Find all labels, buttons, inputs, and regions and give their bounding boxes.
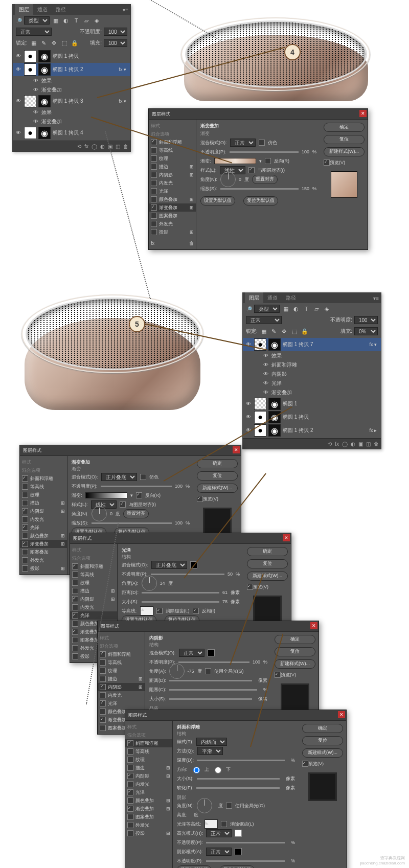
layer-row[interactable]: 👁 ●◉ 椭圆 1 拷贝 bbox=[13, 50, 130, 63]
reset-default-button[interactable]: 复位为默认值 bbox=[243, 196, 278, 205]
new-style-button[interactable]: 新建样式(W)... bbox=[247, 572, 288, 581]
style-outer-glow[interactable]: 外发光 bbox=[149, 220, 196, 228]
style-texture[interactable]: 纹理 bbox=[149, 154, 196, 163]
mask-icon[interactable]: ◯ bbox=[92, 144, 97, 149]
close-icon[interactable]: ✕ bbox=[233, 446, 240, 453]
cancel-button[interactable]: 复位 bbox=[275, 647, 315, 656]
tab-channels[interactable]: 通道 bbox=[263, 292, 282, 304]
opacity-input[interactable]: 100% bbox=[104, 28, 127, 36]
effect-inner-shadow[interactable]: 👁内阴影 bbox=[260, 370, 381, 379]
link-icon[interactable]: ⟲ bbox=[328, 441, 332, 447]
color-swatch[interactable] bbox=[208, 649, 215, 656]
fx-badge[interactable]: fx ▾ bbox=[119, 67, 128, 72]
panel-menu-icon[interactable]: ▾≡ bbox=[373, 295, 379, 301]
close-icon[interactable]: ✕ bbox=[283, 534, 290, 541]
delete-icon[interactable]: 🗑 bbox=[374, 441, 379, 447]
visibility-icon[interactable]: 👁 bbox=[15, 98, 22, 105]
tab-paths[interactable]: 路径 bbox=[282, 292, 300, 304]
lock-transparent-icon[interactable]: ▦ bbox=[260, 327, 268, 335]
cancel-button[interactable]: 复位 bbox=[302, 736, 343, 745]
filter-shape-icon[interactable]: ▱ bbox=[82, 16, 90, 25]
style-bevel[interactable]: 斜面和浮雕 bbox=[149, 138, 196, 146]
tab-layers[interactable]: 图层 bbox=[15, 4, 33, 15]
layer-row[interactable]: 👁 ●◉ 椭圆 1 拷贝 4 bbox=[13, 126, 130, 140]
style-drop-shadow[interactable]: 投影⊞ bbox=[149, 228, 196, 236]
lock-transparent-icon[interactable]: ▦ bbox=[30, 39, 38, 47]
set-default-button[interactable]: 设置为默认值 bbox=[200, 196, 235, 205]
filter-type-icon[interactable]: T bbox=[72, 16, 80, 25]
fx-badge[interactable]: fx ▾ bbox=[119, 99, 128, 104]
effect-bevel[interactable]: 👁斜面和浮雕 bbox=[260, 360, 381, 370]
filter-type-icon[interactable]: T bbox=[302, 305, 310, 313]
visibility-icon[interactable]: 👁 bbox=[245, 400, 252, 407]
effect-satin[interactable]: 👁光泽 bbox=[260, 379, 381, 388]
visibility-icon[interactable]: 👁 bbox=[15, 129, 22, 136]
visibility-icon[interactable]: 👁 bbox=[15, 53, 22, 60]
fill-input[interactable]: 100% bbox=[104, 39, 127, 47]
tab-layers[interactable]: 图层 bbox=[245, 292, 263, 304]
lock-pixels-icon[interactable]: ✎ bbox=[270, 327, 278, 335]
style-inner-glow[interactable]: 内发光 bbox=[149, 179, 196, 187]
ok-button[interactable]: 确定 bbox=[197, 459, 238, 468]
filter-smart-icon[interactable]: ◈ bbox=[93, 16, 101, 25]
lock-position-icon[interactable]: ✥ bbox=[280, 327, 288, 335]
fill-input[interactable]: 0% bbox=[354, 327, 378, 335]
link-icon[interactable]: ⟲ bbox=[77, 144, 81, 149]
filter-select[interactable]: 类型 bbox=[24, 16, 50, 25]
lock-artboard-icon[interactable]: ⬚ bbox=[290, 327, 299, 335]
new-style-button[interactable]: 新建样式(W)... bbox=[324, 147, 365, 156]
delete-icon[interactable]: 🗑 bbox=[123, 144, 128, 149]
layer-name[interactable]: 椭圆 1 拷贝 bbox=[53, 53, 79, 60]
adjustment-icon[interactable]: ◐ bbox=[100, 144, 105, 149]
style-color-overlay[interactable]: 颜色叠加⊞ bbox=[149, 195, 196, 203]
new-layer-icon[interactable]: ◫ bbox=[116, 144, 120, 149]
style-contour[interactable]: 等高线 bbox=[149, 146, 196, 154]
fx-badge[interactable]: fx ▾ bbox=[369, 342, 379, 347]
lock-all-icon[interactable]: 🔒 bbox=[301, 327, 309, 335]
effects-header[interactable]: 👁效果 bbox=[30, 108, 130, 117]
close-icon[interactable]: ✕ bbox=[338, 711, 345, 718]
effects-header[interactable]: 👁效果 bbox=[30, 76, 130, 85]
gradient-editor[interactable] bbox=[85, 492, 127, 498]
lock-pixels-icon[interactable]: ✎ bbox=[40, 39, 48, 47]
mask-icon[interactable]: ◯ bbox=[342, 441, 348, 447]
close-icon[interactable]: ✕ bbox=[359, 110, 367, 117]
blend-mode-select[interactable]: 正常 bbox=[230, 139, 256, 147]
fx-badge[interactable]: fx ▸ bbox=[369, 428, 379, 433]
ok-button[interactable]: 确定 bbox=[247, 547, 288, 556]
blend-mode-select[interactable]: 正常 bbox=[16, 28, 52, 36]
filter-adj-icon[interactable]: ◐ bbox=[62, 16, 70, 25]
filter-pixel-icon[interactable]: ▦ bbox=[282, 305, 290, 313]
new-style-button[interactable]: 新建样式(W)... bbox=[302, 748, 343, 758]
reverse-checkbox[interactable] bbox=[265, 158, 271, 164]
layer-name[interactable]: 椭圆 1 拷贝 2 bbox=[283, 427, 313, 434]
layer-row[interactable]: 👁 ◉ 椭圆 1 bbox=[243, 397, 381, 410]
dir-up-radio[interactable] bbox=[193, 767, 200, 773]
effects-header[interactable]: 👁效果 bbox=[260, 351, 381, 360]
cancel-button[interactable]: 复位 bbox=[197, 471, 238, 481]
reset-align-button[interactable]: 重置对齐 bbox=[252, 175, 278, 184]
filter-pixel-icon[interactable]: ▦ bbox=[52, 16, 60, 25]
style-satin[interactable]: 光泽 bbox=[149, 187, 196, 195]
layer-name[interactable]: 椭圆 1 拷贝 4 bbox=[53, 129, 83, 136]
group-icon[interactable]: ▣ bbox=[358, 441, 363, 447]
fx-icon[interactable]: fx bbox=[84, 144, 88, 149]
style-stroke[interactable]: 描边⊞ bbox=[149, 163, 196, 171]
filter-shape-icon[interactable]: ▱ bbox=[312, 305, 321, 313]
color-swatch[interactable] bbox=[235, 830, 242, 837]
layer-name[interactable]: 椭圆 1 拷贝 7 bbox=[283, 341, 313, 348]
layer-row[interactable]: 👁 ●◉ 椭圆 1 拷贝 2 fx ▸ bbox=[243, 424, 381, 437]
new-layer-icon[interactable]: ◫ bbox=[366, 441, 371, 447]
close-icon[interactable]: ✕ bbox=[310, 622, 317, 629]
layer-name[interactable]: 椭圆 1 bbox=[283, 400, 297, 407]
style-pattern-overlay[interactable]: 图案叠加 bbox=[149, 212, 196, 220]
ok-button[interactable]: 确定 bbox=[302, 724, 343, 733]
layer-row[interactable]: 👁 ●◉ 椭圆 1 拷贝 2 fx ▾ bbox=[13, 63, 130, 76]
dither-checkbox[interactable] bbox=[259, 140, 265, 146]
style-inner-shadow[interactable]: 内阴影⊞ bbox=[149, 171, 196, 179]
dir-down-radio[interactable] bbox=[215, 767, 221, 773]
new-style-button[interactable]: 新建样式(W)... bbox=[197, 484, 238, 493]
tab-channels[interactable]: 通道 bbox=[33, 4, 52, 15]
fx-icon[interactable]: fx bbox=[335, 441, 339, 447]
filter-adj-icon[interactable]: ◐ bbox=[292, 305, 300, 313]
